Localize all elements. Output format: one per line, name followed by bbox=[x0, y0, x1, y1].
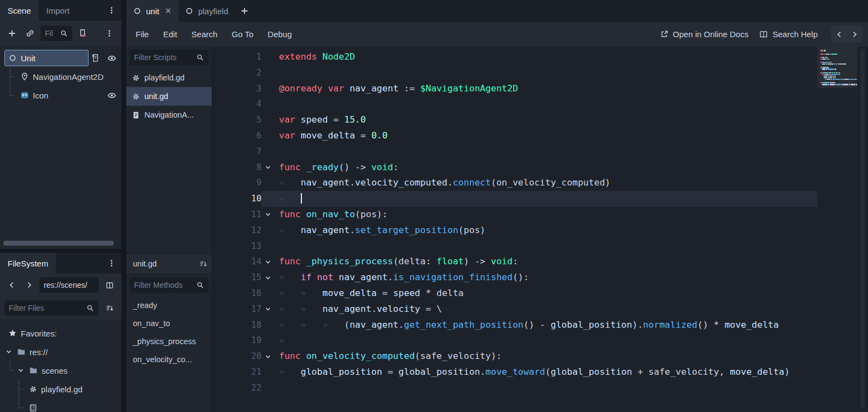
fs-back-button[interactable] bbox=[4, 277, 20, 293]
add-node-button[interactable] bbox=[4, 26, 20, 41]
sort-icon bbox=[106, 304, 114, 312]
detach-script-button[interactable] bbox=[75, 26, 90, 41]
method-item-on-nav-to[interactable]: on_nav_to bbox=[126, 314, 212, 332]
fs-tree-item-scenes[interactable]: scenes bbox=[0, 361, 121, 380]
scene-dock-menu-button[interactable] bbox=[104, 3, 119, 18]
fold-gutter[interactable] bbox=[261, 160, 275, 176]
tab-indent-mark: » bbox=[279, 301, 301, 317]
fs-current-path: res://scenes/ bbox=[44, 281, 95, 289]
script-tab-playfield[interactable]: playfield bbox=[178, 0, 235, 22]
close-tab-icon[interactable] bbox=[165, 7, 172, 16]
code-line-10[interactable]: 10» bbox=[212, 191, 817, 207]
menu-edit[interactable]: Edit bbox=[156, 22, 184, 47]
tab-import[interactable]: Import bbox=[39, 0, 78, 21]
code-line-1[interactable]: 1extends Node2D bbox=[212, 49, 817, 65]
open-online-docs-button[interactable]: Open in Online Docs bbox=[660, 30, 748, 39]
search-help-button[interactable]: Search Help bbox=[759, 30, 818, 39]
new-script-button[interactable] bbox=[235, 0, 254, 22]
code-line-18[interactable]: 18»»»(nav_agent.get_next_path_position()… bbox=[212, 317, 817, 333]
code-line-4[interactable]: 4 bbox=[212, 96, 817, 112]
code-line-22[interactable]: 22 bbox=[212, 380, 817, 396]
fs-split-mode-button[interactable] bbox=[102, 277, 117, 293]
history-forward-button[interactable] bbox=[847, 27, 861, 42]
code-line-2[interactable]: 2 bbox=[212, 65, 817, 81]
code-line-8[interactable]: 8func _ready() -> void: bbox=[212, 160, 817, 176]
expander-chevron-icon[interactable] bbox=[4, 344, 13, 359]
scene-tree-item-navigationagent2d[interactable]: NavigationAgent2D bbox=[0, 67, 121, 86]
menu-debug[interactable]: Debug bbox=[260, 22, 299, 47]
history-back-button[interactable] bbox=[832, 27, 847, 42]
scene-hscrollbar[interactable] bbox=[3, 241, 118, 246]
expander-chevron-icon[interactable] bbox=[16, 363, 25, 378]
tab-indent-mark: » bbox=[301, 317, 323, 333]
fs-tree-item-favorites-[interactable]: Favorites: bbox=[0, 324, 121, 343]
method-item-on-velocity-co-[interactable]: on_velocity_co... bbox=[126, 350, 212, 368]
menu-go-to[interactable]: Go To bbox=[225, 22, 261, 47]
code-line-12[interactable]: 12»nav_agent.set_target_position(pos) bbox=[212, 223, 817, 239]
minimap[interactable] bbox=[817, 47, 857, 412]
tab-label: playfield bbox=[198, 7, 228, 16]
tab-scene[interactable]: Scene bbox=[0, 0, 39, 21]
fs-path-field[interactable]: res://scenes/ bbox=[39, 277, 99, 293]
fs-forward-button[interactable] bbox=[21, 277, 37, 293]
fold-gutter[interactable] bbox=[261, 349, 275, 364]
code-line-6[interactable]: 6var move_delta = 0.0 bbox=[212, 128, 817, 144]
script-item-navigationa-[interactable]: NavigationA... bbox=[126, 106, 212, 124]
eye-icon bbox=[107, 54, 116, 63]
code-line-9[interactable]: 9»nav_agent.velocity_computed.connect(on… bbox=[212, 175, 817, 191]
file-label: scenes bbox=[42, 366, 68, 375]
code-text: func _physics_process(delta: float) -> v… bbox=[275, 254, 817, 270]
fs-tree-item-playfield-gd[interactable]: playfield.gd bbox=[0, 380, 121, 398]
fold-gutter[interactable] bbox=[261, 301, 275, 317]
script-tab-unit[interactable]: unit bbox=[126, 0, 178, 22]
scene-tree-menu-button[interactable] bbox=[102, 26, 117, 41]
code-line-21[interactable]: 21»global_position = global_position.mov… bbox=[212, 364, 817, 380]
code-line-3[interactable]: 3@onready var nav_agent := $NavigationAg… bbox=[212, 81, 817, 97]
fold-gutter[interactable] bbox=[261, 254, 275, 270]
gutter-marker-area bbox=[212, 65, 236, 81]
menu-file[interactable]: File bbox=[129, 22, 156, 47]
fold-gutter[interactable] bbox=[261, 207, 275, 223]
filesystem-menu-button[interactable] bbox=[104, 256, 119, 271]
tab-filesystem[interactable]: FileSystem bbox=[0, 253, 56, 274]
current-script-row[interactable]: unit.gd bbox=[126, 253, 212, 274]
folder-icon bbox=[17, 347, 26, 356]
code-line-5[interactable]: 5var speed = 15.0 bbox=[212, 112, 817, 128]
scene-filter-input[interactable]: Fil bbox=[40, 26, 72, 41]
code-line-14[interactable]: 14func _physics_process(delta: float) ->… bbox=[212, 254, 817, 270]
tab-label: Scene bbox=[8, 6, 31, 15]
instance-scene-button[interactable] bbox=[22, 26, 38, 41]
code-line-17[interactable]: 17»»nav_agent.velocity = \ bbox=[212, 301, 817, 317]
code-text: »»nav_agent.velocity = \ bbox=[275, 301, 817, 317]
scene-tree-item-icon[interactable]: Icon bbox=[0, 86, 121, 105]
method-item--ready[interactable]: _ready bbox=[126, 296, 212, 314]
code-line-19[interactable]: 19» bbox=[212, 333, 817, 349]
code-line-15[interactable]: 15»if not nav_agent.is_navigation_finish… bbox=[212, 270, 817, 286]
script-item-unit-gd[interactable]: unit.gd bbox=[126, 87, 212, 106]
script-item-playfield-gd[interactable]: playfield.gd bbox=[126, 68, 212, 87]
code-line-16[interactable]: 16»»move_delta = speed * delta bbox=[212, 286, 817, 301]
fs-tree-item-res-[interactable]: res:// bbox=[0, 343, 121, 361]
toggle-visibility-button[interactable] bbox=[105, 88, 118, 103]
gear-icon bbox=[132, 92, 140, 101]
scene-tree-item-unit[interactable]: Unit bbox=[0, 49, 121, 67]
code-line-20[interactable]: 20func on_velocity_computed(safe_velocit… bbox=[212, 349, 817, 364]
fs-sort-button[interactable] bbox=[102, 300, 117, 316]
filter-methods-input[interactable]: Filter Methods bbox=[130, 277, 208, 293]
fs-tree-item[interactable] bbox=[0, 398, 121, 412]
fold-gutter[interactable] bbox=[261, 270, 275, 286]
scrollbar-thumb[interactable] bbox=[860, 49, 865, 409]
method-item--physics-process[interactable]: _physics_process bbox=[126, 332, 212, 350]
menu-search[interactable]: Search bbox=[184, 22, 225, 47]
code-line-13[interactable]: 13 bbox=[212, 239, 817, 254]
filter-scripts-input[interactable]: Filter Scripts bbox=[130, 50, 208, 65]
toggle-visibility-button[interactable] bbox=[105, 50, 118, 66]
editor-vscrollbar[interactable] bbox=[857, 47, 868, 412]
open-script-button[interactable] bbox=[89, 50, 102, 66]
code-editor[interactable]: 1extends Node2D23@onready var nav_agent … bbox=[212, 47, 868, 412]
fs-filter-input[interactable]: Filter Files bbox=[4, 300, 98, 316]
script-icon bbox=[91, 54, 100, 62]
code-line-11[interactable]: 11func on_nav_to(pos): bbox=[212, 207, 817, 223]
code-line-7[interactable]: 7 bbox=[212, 144, 817, 160]
scrollbar-thumb[interactable] bbox=[3, 241, 114, 246]
